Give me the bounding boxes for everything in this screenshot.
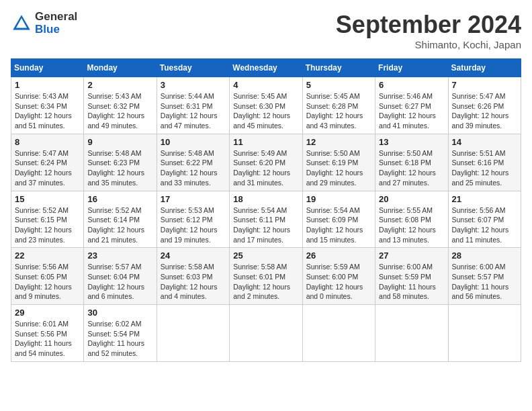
day-number: 4 bbox=[233, 80, 298, 90]
day-number: 13 bbox=[379, 137, 444, 147]
title-block: September 2024 Shimanto, Kochi, Japan bbox=[336, 11, 521, 50]
day-info: Sunrise: 5:58 AM Sunset: 6:03 PM Dayligh… bbox=[161, 262, 226, 302]
day-number: 22 bbox=[15, 250, 80, 261]
day-info: Sunrise: 5:48 AM Sunset: 6:23 PM Dayligh… bbox=[87, 148, 152, 188]
calendar-week-row: 1 Sunrise: 5:43 AM Sunset: 6:34 PM Dayli… bbox=[11, 77, 521, 134]
table-row: 30 Sunrise: 6:02 AM Sunset: 5:54 PM Dayl… bbox=[84, 305, 157, 362]
table-row: 3 Sunrise: 5:44 AM Sunset: 6:31 PM Dayli… bbox=[157, 77, 229, 134]
header-sunday: Sunday bbox=[11, 59, 84, 77]
table-row: 13 Sunrise: 5:50 AM Sunset: 6:18 PM Dayl… bbox=[375, 134, 448, 191]
day-info: Sunrise: 5:59 AM Sunset: 6:00 PM Dayligh… bbox=[306, 262, 371, 302]
header-thursday: Thursday bbox=[302, 59, 375, 77]
day-number: 27 bbox=[379, 250, 444, 261]
calendar-week-row: 8 Sunrise: 5:47 AM Sunset: 6:24 PM Dayli… bbox=[11, 134, 521, 191]
day-number: 6 bbox=[379, 80, 444, 90]
header-wednesday: Wednesday bbox=[230, 59, 302, 77]
day-info: Sunrise: 5:57 AM Sunset: 6:04 PM Dayligh… bbox=[87, 262, 152, 302]
page-header: General Blue September 2024 Shimanto, Ko… bbox=[11, 11, 521, 50]
day-info: Sunrise: 5:58 AM Sunset: 6:01 PM Dayligh… bbox=[233, 262, 298, 302]
day-info: Sunrise: 5:55 AM Sunset: 6:08 PM Dayligh… bbox=[379, 205, 444, 245]
day-info: Sunrise: 6:02 AM Sunset: 5:54 PM Dayligh… bbox=[87, 319, 152, 359]
table-row: 23 Sunrise: 5:57 AM Sunset: 6:04 PM Dayl… bbox=[84, 248, 157, 305]
empty-cell bbox=[302, 305, 375, 362]
table-row: 10 Sunrise: 5:48 AM Sunset: 6:22 PM Dayl… bbox=[157, 134, 229, 191]
day-number: 2 bbox=[87, 80, 152, 90]
logo-icon bbox=[11, 13, 32, 34]
table-row: 22 Sunrise: 5:56 AM Sunset: 6:05 PM Dayl… bbox=[11, 248, 84, 305]
day-info: Sunrise: 5:52 AM Sunset: 6:15 PM Dayligh… bbox=[15, 205, 80, 245]
day-number: 1 bbox=[15, 80, 80, 90]
day-number: 9 bbox=[87, 137, 152, 147]
day-number: 3 bbox=[161, 80, 226, 90]
table-row: 21 Sunrise: 5:56 AM Sunset: 6:07 PM Dayl… bbox=[448, 191, 521, 248]
table-row: 27 Sunrise: 6:00 AM Sunset: 5:59 PM Dayl… bbox=[375, 248, 448, 305]
month-title: September 2024 bbox=[336, 11, 521, 39]
day-number: 20 bbox=[379, 194, 444, 204]
table-row: 9 Sunrise: 5:48 AM Sunset: 6:23 PM Dayli… bbox=[84, 134, 157, 191]
calendar-week-row: 29 Sunrise: 6:01 AM Sunset: 5:56 PM Dayl… bbox=[11, 305, 521, 362]
table-row: 14 Sunrise: 5:51 AM Sunset: 6:16 PM Dayl… bbox=[448, 134, 521, 191]
day-info: Sunrise: 5:45 AM Sunset: 6:28 PM Dayligh… bbox=[306, 91, 371, 131]
day-number: 14 bbox=[452, 137, 517, 147]
day-number: 12 bbox=[306, 137, 371, 147]
day-number: 24 bbox=[161, 250, 226, 261]
table-row: 25 Sunrise: 5:58 AM Sunset: 6:01 PM Dayl… bbox=[230, 248, 302, 305]
day-info: Sunrise: 5:54 AM Sunset: 6:11 PM Dayligh… bbox=[233, 205, 298, 245]
day-number: 16 bbox=[87, 194, 152, 204]
day-info: Sunrise: 5:43 AM Sunset: 6:34 PM Dayligh… bbox=[15, 91, 80, 131]
day-number: 26 bbox=[306, 250, 371, 261]
logo: General Blue bbox=[11, 11, 77, 36]
day-info: Sunrise: 5:51 AM Sunset: 6:16 PM Dayligh… bbox=[452, 148, 517, 188]
table-row: 18 Sunrise: 5:54 AM Sunset: 6:11 PM Dayl… bbox=[230, 191, 302, 248]
day-number: 28 bbox=[452, 250, 517, 261]
table-row: 4 Sunrise: 5:45 AM Sunset: 6:30 PM Dayli… bbox=[230, 77, 302, 134]
table-row: 26 Sunrise: 5:59 AM Sunset: 6:00 PM Dayl… bbox=[302, 248, 375, 305]
day-number: 18 bbox=[233, 194, 298, 204]
day-number: 25 bbox=[233, 250, 298, 261]
day-number: 7 bbox=[452, 80, 517, 90]
table-row: 28 Sunrise: 6:00 AM Sunset: 5:57 PM Dayl… bbox=[448, 248, 521, 305]
calendar-week-row: 15 Sunrise: 5:52 AM Sunset: 6:15 PM Dayl… bbox=[11, 191, 521, 248]
day-info: Sunrise: 5:47 AM Sunset: 6:24 PM Dayligh… bbox=[15, 148, 80, 188]
day-info: Sunrise: 5:54 AM Sunset: 6:09 PM Dayligh… bbox=[306, 205, 371, 245]
table-row: 24 Sunrise: 5:58 AM Sunset: 6:03 PM Dayl… bbox=[157, 248, 229, 305]
table-row: 6 Sunrise: 5:46 AM Sunset: 6:27 PM Dayli… bbox=[375, 77, 448, 134]
day-number: 11 bbox=[233, 137, 298, 147]
table-row: 11 Sunrise: 5:49 AM Sunset: 6:20 PM Dayl… bbox=[230, 134, 302, 191]
logo-text: General Blue bbox=[35, 11, 77, 36]
day-number: 17 bbox=[161, 194, 226, 204]
day-info: Sunrise: 6:00 AM Sunset: 5:59 PM Dayligh… bbox=[379, 262, 444, 302]
table-row: 7 Sunrise: 5:47 AM Sunset: 6:26 PM Dayli… bbox=[448, 77, 521, 134]
calendar-header-row: Sunday Monday Tuesday Wednesday Thursday… bbox=[11, 59, 521, 77]
day-info: Sunrise: 5:45 AM Sunset: 6:30 PM Dayligh… bbox=[233, 91, 298, 131]
day-number: 21 bbox=[452, 194, 517, 204]
location: Shimanto, Kochi, Japan bbox=[336, 39, 521, 50]
day-info: Sunrise: 6:00 AM Sunset: 5:57 PM Dayligh… bbox=[452, 262, 517, 302]
table-row: 12 Sunrise: 5:50 AM Sunset: 6:19 PM Dayl… bbox=[302, 134, 375, 191]
day-number: 19 bbox=[306, 194, 371, 204]
day-info: Sunrise: 5:52 AM Sunset: 6:14 PM Dayligh… bbox=[87, 205, 152, 245]
day-number: 5 bbox=[306, 80, 371, 90]
day-info: Sunrise: 5:56 AM Sunset: 6:07 PM Dayligh… bbox=[452, 205, 517, 245]
day-number: 29 bbox=[15, 308, 80, 318]
day-info: Sunrise: 5:56 AM Sunset: 6:05 PM Dayligh… bbox=[15, 262, 80, 302]
table-row: 19 Sunrise: 5:54 AM Sunset: 6:09 PM Dayl… bbox=[302, 191, 375, 248]
empty-cell bbox=[230, 305, 302, 362]
day-info: Sunrise: 5:50 AM Sunset: 6:19 PM Dayligh… bbox=[306, 148, 371, 188]
logo-blue: Blue bbox=[35, 24, 77, 36]
table-row: 20 Sunrise: 5:55 AM Sunset: 6:08 PM Dayl… bbox=[375, 191, 448, 248]
logo-general: General bbox=[35, 11, 77, 24]
header-tuesday: Tuesday bbox=[157, 59, 229, 77]
calendar-table: Sunday Monday Tuesday Wednesday Thursday… bbox=[11, 58, 521, 362]
header-friday: Friday bbox=[375, 59, 448, 77]
table-row: 8 Sunrise: 5:47 AM Sunset: 6:24 PM Dayli… bbox=[11, 134, 84, 191]
day-info: Sunrise: 5:48 AM Sunset: 6:22 PM Dayligh… bbox=[161, 148, 226, 188]
day-number: 30 bbox=[87, 308, 152, 318]
empty-cell bbox=[375, 305, 448, 362]
header-monday: Monday bbox=[84, 59, 157, 77]
day-info: Sunrise: 5:43 AM Sunset: 6:32 PM Dayligh… bbox=[87, 91, 152, 131]
day-number: 15 bbox=[15, 194, 80, 204]
day-number: 8 bbox=[15, 137, 80, 147]
day-number: 23 bbox=[87, 250, 152, 261]
day-number: 10 bbox=[161, 137, 226, 147]
